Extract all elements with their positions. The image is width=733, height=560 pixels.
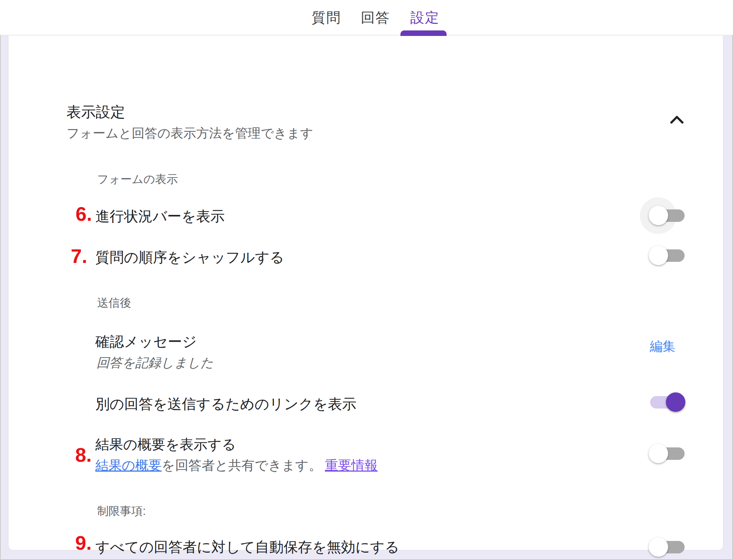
progress-bar-toggle[interactable]	[650, 209, 685, 222]
annotation-8: 8.	[75, 443, 92, 466]
resubmit-link-label: 別の回答を送信するためのリンクを表示	[95, 394, 356, 414]
toggle-thumb	[649, 444, 668, 463]
active-tab-indicator	[400, 30, 447, 36]
important-info-link[interactable]: 重要情報	[325, 458, 378, 473]
resubmit-link-toggle[interactable]	[650, 396, 685, 409]
progress-bar-label: 進行状況バーを表示	[95, 206, 225, 226]
presentation-settings-card: 表示設定 フォームと回答の表示方法を管理できます フォームの表示 6. 進行状況…	[8, 36, 723, 550]
annotation-6: 6.	[76, 202, 92, 225]
section-restrictions: 制限事項:	[97, 504, 146, 519]
tab-settings[interactable]: 設定	[408, 0, 442, 35]
section-after-submission: 送信後	[97, 295, 131, 311]
annotation-7: 7.	[71, 245, 87, 267]
toggle-thumb	[666, 392, 685, 412]
results-summary-desc-text: を回答者と共有できます。	[162, 458, 322, 473]
disable-autosave-toggle[interactable]	[650, 541, 685, 553]
annotation-9: 9.	[75, 531, 92, 554]
results-summary-toggle[interactable]	[650, 447, 685, 460]
section-form-presentation: フォームの表示	[97, 172, 178, 187]
shuffle-questions-toggle[interactable]	[650, 249, 685, 262]
chevron-up-icon	[670, 115, 684, 124]
toggle-thumb	[649, 537, 668, 557]
tab-questions[interactable]: 質問	[309, 0, 344, 35]
card-title: 表示設定	[66, 102, 125, 122]
edit-confirmation-link[interactable]: 編集	[650, 338, 675, 355]
toggle-thumb	[649, 246, 668, 265]
tab-bar: 質問 回答 設定	[0, 0, 733, 35]
results-summary-link[interactable]: 結果の概要	[95, 458, 162, 473]
shuffle-questions-label: 質問の順序をシャッフルする	[95, 248, 284, 267]
google-forms-settings-page: 質問 回答 設定 表示設定 フォームと回答の表示方法を管理できます フォームの表…	[0, 0, 733, 560]
confirmation-message-label: 確認メッセージ	[95, 332, 197, 352]
collapse-section-button[interactable]	[666, 108, 688, 131]
card-subtitle: フォームと回答の表示方法を管理できます	[66, 125, 313, 142]
results-summary-label: 結果の概要を表示する	[95, 435, 236, 454]
toggle-thumb	[649, 206, 668, 225]
results-summary-description: 結果の概要を回答者と共有できます。重要情報	[95, 457, 378, 475]
tab-responses[interactable]: 回答	[358, 0, 393, 35]
confirmation-message-value: 回答を記録しました	[96, 354, 213, 371]
disable-autosave-label: すべての回答者に対して自動保存を無効にする	[95, 537, 399, 557]
